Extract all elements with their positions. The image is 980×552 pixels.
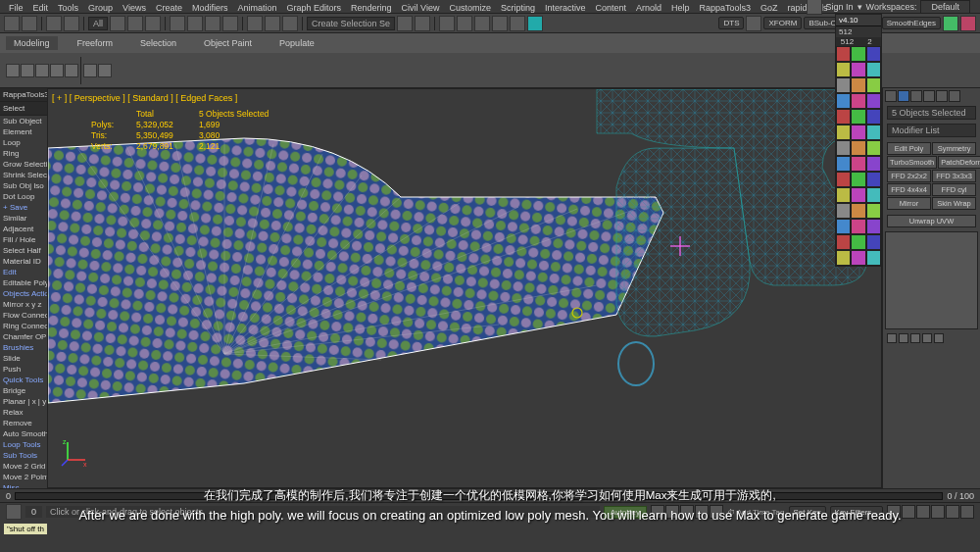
link-icon[interactable] <box>46 16 62 31</box>
display-tab-icon[interactable] <box>936 90 948 102</box>
utilities-tab-icon[interactable] <box>949 90 960 102</box>
rappatools-sub-object[interactable]: Sub Object <box>0 116 47 126</box>
toolbox-btn-6-0[interactable] <box>836 140 851 156</box>
rappatools-editable-poly[interactable]: Editable Poly <box>0 277 47 288</box>
toolbox-btn-5-2[interactable] <box>866 125 881 140</box>
rappatools-objects-actions[interactable]: Objects Actions <box>0 288 47 299</box>
modifier-ffd-4x4x4-button[interactable]: FFD 4x4x4 <box>887 183 931 196</box>
toolbox-btn-1-2[interactable] <box>866 62 881 77</box>
toolbox-btn-8-0[interactable] <box>836 172 851 187</box>
toolbox-btn-3-1[interactable] <box>851 93 865 109</box>
toolbox-2-btn[interactable]: 2 <box>858 37 881 46</box>
rappatools-brushies[interactable]: Brushies <box>0 342 47 353</box>
toolbox-btn-2-0[interactable] <box>836 77 851 93</box>
ribbon-tab-freeform[interactable]: Freeform <box>70 36 122 50</box>
toolbox-btn-9-0[interactable] <box>836 187 851 203</box>
menu-group[interactable]: Group <box>83 2 118 11</box>
configure-icon[interactable] <box>934 333 944 343</box>
rappatools-flow-connect[interactable]: Flow Connect <box>0 310 47 321</box>
toolbox-btn-8-2[interactable] <box>866 172 881 187</box>
move-icon[interactable] <box>170 16 185 31</box>
rotate-icon[interactable] <box>187 16 203 31</box>
rappatools-material-id[interactable]: Material ID <box>0 256 47 267</box>
rappatools-mirror-x-y-z[interactable]: Mirror x y z <box>0 299 47 310</box>
mirror-icon[interactable] <box>397 16 413 31</box>
toolbox-btn-8-1[interactable] <box>851 172 865 187</box>
named-selection-dropdown[interactable]: Create Selection Se <box>307 17 395 30</box>
viewport-label[interactable]: [ + ] [ Perspective ] [ Standard ] [ Edg… <box>52 93 237 103</box>
toolbox-btn-3-2[interactable] <box>866 93 881 109</box>
modifier-ffd-cyl-button[interactable]: FFD cyl <box>932 183 976 196</box>
toolbox-btn-7-1[interactable] <box>851 156 865 172</box>
remove-mod-icon[interactable] <box>922 333 932 343</box>
toolbox-btn-0-1[interactable] <box>851 46 865 62</box>
rappatools-similar[interactable]: Similar <box>0 213 47 224</box>
toolbox-btn-10-0[interactable] <box>836 203 851 219</box>
rappatools-bridge[interactable]: Bridge <box>0 385 47 396</box>
poly-mode-icon[interactable] <box>50 64 64 77</box>
toolbox-btn-7-0[interactable] <box>836 156 851 172</box>
align-icon[interactable] <box>415 16 430 31</box>
rappatools-loop[interactable]: Loop <box>0 137 47 148</box>
rappatools-chamfer-op[interactable]: Chamfer OP <box>0 331 47 342</box>
rappatools-select-half[interactable]: Select Half <box>0 245 47 256</box>
ribbon-tool-b-icon[interactable] <box>98 64 112 77</box>
create-tab-icon[interactable] <box>885 90 897 102</box>
render-icon[interactable] <box>527 16 543 31</box>
menu-animation[interactable]: Animation <box>232 2 281 11</box>
menu-tools[interactable]: Tools <box>53 2 83 11</box>
unwrap-uvw-button[interactable]: Unwrap UVW <box>887 215 976 227</box>
user-icon[interactable] <box>807 0 822 15</box>
rappatools-element[interactable]: Element <box>0 126 47 137</box>
menu-help[interactable]: Help <box>666 2 695 11</box>
toolbox-btn-4-1[interactable] <box>851 109 865 125</box>
select-name-icon[interactable] <box>127 16 143 31</box>
toolbox-btn-13-0[interactable] <box>836 250 851 266</box>
rappatools-adjacent[interactable]: Adjacent <box>0 224 47 234</box>
maxscript-prompt-label[interactable]: "shut off th <box>4 524 47 534</box>
toolbox-btn-5-0[interactable] <box>836 125 851 140</box>
curve-editor-icon[interactable] <box>457 16 472 31</box>
menu-customize[interactable]: Customize <box>444 2 496 11</box>
toolbox-btn-4-0[interactable] <box>836 109 851 125</box>
edge-mode-icon[interactable] <box>21 64 34 77</box>
rappatools-move-2-points[interactable]: Move 2 Points <box>0 472 47 482</box>
dts-opt-icon[interactable] <box>746 16 761 31</box>
toolbox-btn-9-2[interactable] <box>866 187 881 203</box>
layer-icon[interactable] <box>439 16 455 31</box>
select-icon[interactable] <box>110 16 125 31</box>
rappatools-ring-connect[interactable]: Ring Connect <box>0 321 47 331</box>
menu-views[interactable]: Views <box>118 2 151 11</box>
material-editor-icon[interactable] <box>474 16 490 31</box>
rappatools-edit[interactable]: Edit <box>0 267 47 277</box>
rappatools-fill-hole[interactable]: Fill / Hole <box>0 234 47 245</box>
render-setup-icon[interactable] <box>492 16 508 31</box>
object-name-field[interactable]: 5 Objects Selected <box>887 106 976 120</box>
ribbon-tab-modeling[interactable]: Modeling <box>6 36 58 50</box>
menu-create[interactable]: Create <box>151 2 187 11</box>
vertex-mode-icon[interactable] <box>6 64 20 77</box>
ribbon-tab-selection[interactable]: Selection <box>132 36 184 50</box>
ribbon-tab-populate[interactable]: Populate <box>271 36 322 50</box>
menu-arnold[interactable]: Arnold <box>631 2 666 11</box>
xform-field[interactable]: XFORM <box>763 17 802 29</box>
toolbox-btn-13-2[interactable] <box>866 250 881 266</box>
percent-snap-icon[interactable] <box>282 16 298 31</box>
rappatools-auto-smooth[interactable]: Auto Smooth <box>0 428 47 439</box>
tool-a-icon[interactable] <box>943 16 958 31</box>
unlink-icon[interactable] <box>64 16 79 31</box>
toolbox-btn-11-0[interactable] <box>836 219 851 234</box>
rappatools-ring[interactable]: Ring <box>0 148 47 159</box>
ribbon-tab-object-paint[interactable]: Object Paint <box>196 36 260 50</box>
toolbox-btn-10-2[interactable] <box>866 203 881 219</box>
modifier-symmetry-button[interactable]: Symmetry <box>932 142 976 155</box>
toolbox-btn-1-1[interactable] <box>851 62 865 77</box>
menu-edit[interactable]: Edit <box>28 2 54 11</box>
rappatools-move-2-grid[interactable]: Move 2 Grid <box>0 461 47 472</box>
toolbox-btn-9-1[interactable] <box>851 187 865 203</box>
toolbox-btn-11-2[interactable] <box>866 219 881 234</box>
menu-civil-view[interactable]: Civil View <box>397 2 445 11</box>
modifier-ffd-2x2x2-button[interactable]: FFD 2x2x2 <box>887 170 931 182</box>
element-mode-icon[interactable] <box>65 64 78 77</box>
modifier-turbosmooth-button[interactable]: TurboSmooth <box>887 156 937 169</box>
